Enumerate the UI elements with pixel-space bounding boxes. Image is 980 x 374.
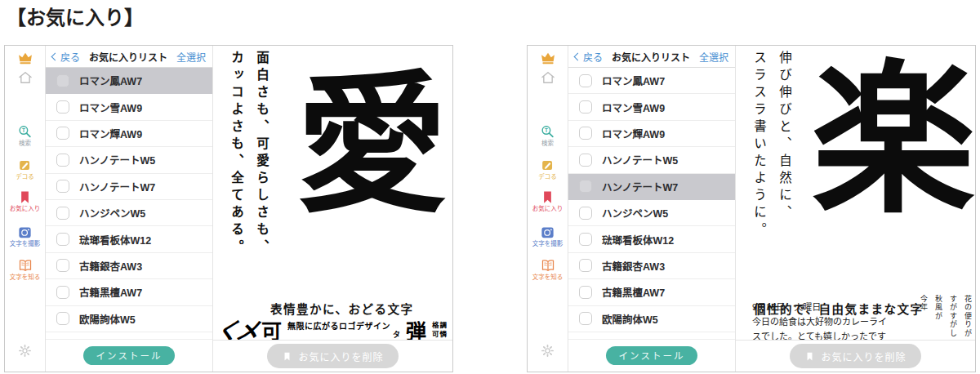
font-list-item[interactable]: 古籍黒檀AW7 <box>46 279 212 305</box>
settings-gear-icon[interactable] <box>528 343 568 358</box>
list-footer: インストール <box>568 340 735 372</box>
font-checkbox[interactable] <box>579 286 592 299</box>
font-checkbox[interactable] <box>56 100 69 114</box>
list-footer: インストール <box>46 340 212 372</box>
sample-decor-glyphs: くメ <box>215 323 258 341</box>
font-list-item[interactable]: ハンノテートW5 <box>568 147 735 173</box>
sidebar-label-deco: デコる <box>528 174 568 180</box>
sidebar-item-deco[interactable]: デコる <box>528 158 568 180</box>
font-checkbox[interactable] <box>56 207 69 220</box>
font-checkbox[interactable] <box>579 207 592 220</box>
list-header: 戻る お気に入りリスト 全選択 <box>568 46 735 68</box>
sample-glyph: 弾 <box>406 323 426 341</box>
search-icon: T <box>17 124 33 140</box>
font-list-item[interactable]: ロマン輝AW9 <box>46 121 212 147</box>
verse-column: すがすがし <box>948 295 959 342</box>
install-button[interactable]: インストール <box>606 346 697 365</box>
font-name: ロマン雪AW9 <box>602 100 665 115</box>
diary-line: 9月17日 火曜日 <box>752 300 887 314</box>
sidebar-item-learn[interactable]: 文字を知る <box>528 257 568 281</box>
font-checkbox[interactable] <box>579 180 592 193</box>
font-name: ハンジペンW5 <box>602 205 668 220</box>
font-checkbox[interactable] <box>56 74 69 87</box>
font-list-item[interactable]: 欧陽詢体W5 <box>568 306 735 332</box>
font-list-item[interactable]: 琺瑯看板体W12 <box>568 226 735 252</box>
chevron-left-icon <box>51 53 60 61</box>
sidebar-item-search[interactable]: T検索 <box>5 124 45 147</box>
home-icon[interactable] <box>5 69 45 86</box>
settings-gear-icon[interactable] <box>5 343 45 358</box>
font-checkbox[interactable] <box>56 286 69 299</box>
font-list-item[interactable]: 古籍銀杏AW3 <box>568 253 735 279</box>
font-list-item[interactable]: ロマン輝AW9 <box>568 121 735 147</box>
font-checkbox[interactable] <box>579 312 592 325</box>
back-button[interactable]: 戻る <box>52 50 80 64</box>
font-list-item[interactable]: ハンノテートW5 <box>46 147 212 173</box>
sample-word: 格調 <box>432 321 448 330</box>
list-strip <box>568 332 735 340</box>
bookmark-icon <box>540 189 555 205</box>
home-icon[interactable] <box>528 69 568 86</box>
camera-icon <box>17 225 33 240</box>
font-list-item[interactable]: ハンジペンW5 <box>568 200 735 226</box>
sidebar-item-search[interactable]: T検索 <box>528 124 568 147</box>
font-list-item[interactable]: ロマン鳳AW7 <box>568 68 735 94</box>
sidebar-item-deco[interactable]: デコる <box>5 158 45 180</box>
font-list-item[interactable]: 古籍銀杏AW3 <box>46 253 212 279</box>
font-checkbox[interactable] <box>56 180 69 193</box>
delete-favorite-button[interactable]: お気に入りを削除 <box>267 344 398 368</box>
sidebar-item-capture[interactable]: 文字を撮影 <box>528 225 568 247</box>
font-list-item[interactable]: ロマン雪AW9 <box>46 94 212 120</box>
back-button[interactable]: 戻る <box>575 50 603 64</box>
preview-kanji: 愛 <box>296 70 448 221</box>
font-checkbox[interactable] <box>56 127 69 140</box>
font-checkbox[interactable] <box>56 233 69 246</box>
font-checkbox[interactable] <box>579 259 592 272</box>
sidebar-item-capture[interactable]: 文字を撮影 <box>5 225 45 247</box>
crown-icon[interactable] <box>528 50 568 66</box>
font-list-item[interactable]: ロマン雪AW9 <box>568 94 735 120</box>
font-list-item[interactable]: 琺瑯看板体W12 <box>46 226 212 252</box>
svg-text:T: T <box>22 127 25 133</box>
font-name: 琺瑯看板体W12 <box>602 232 674 247</box>
font-checkbox[interactable] <box>56 259 69 272</box>
font-checkbox[interactable] <box>579 100 592 114</box>
font-checkbox[interactable] <box>579 233 592 246</box>
font-list-item[interactable]: 古籍黒檀AW7 <box>568 279 735 305</box>
sample-glyph: 可 <box>261 323 282 341</box>
font-name: ハンジペンW5 <box>79 205 145 220</box>
sidebar-label-search: 検索 <box>528 140 568 147</box>
font-name: 古籍黒檀AW7 <box>602 284 665 300</box>
chevron-left-icon <box>574 53 582 61</box>
install-button[interactable]: インストール <box>83 346 175 365</box>
sidebar: T検索 デコる お気に入り 文字を撮影 文字を知る <box>528 46 568 372</box>
sidebar-label-favorites: お気に入り <box>5 206 45 212</box>
font-checkbox[interactable] <box>56 312 69 325</box>
select-all-button[interactable]: 全選択 <box>699 50 728 64</box>
preview-verse-sample: 花の便りがすがすがし秋風が今年 <box>915 295 973 342</box>
app-screenshot-left: T検索 デコる お気に入り 文字を撮影 文字を知る 戻る お気に入りリスト 全選… <box>4 45 453 372</box>
sidebar-item-favorites[interactable]: お気に入り <box>5 189 45 212</box>
vertical-text-column: スラスラ書いたように。 <box>750 51 768 289</box>
sidebar-item-favorites[interactable]: お気に入り <box>528 189 568 212</box>
page-title: 【お気に入り】 <box>7 2 144 30</box>
font-list-item[interactable]: ハンジペンW5 <box>46 200 212 226</box>
font-list-item[interactable]: 欧陽詢体W5 <box>46 306 212 332</box>
preview-footer: お気に入りを削除 <box>736 340 975 372</box>
delete-favorite-button[interactable]: お気に入りを削除 <box>790 344 920 368</box>
preview-vertical-text: 伸び伸びと、自然に、 スラスラ書いたように。 <box>742 51 793 289</box>
font-checkbox[interactable] <box>579 154 592 167</box>
crown-icon[interactable] <box>5 50 45 66</box>
font-checkbox[interactable] <box>579 74 592 87</box>
font-checkbox[interactable] <box>56 154 69 167</box>
sample-word: 可憐 <box>432 330 448 339</box>
bookmark-icon <box>282 350 292 363</box>
font-list-item[interactable]: ロマン鳳AW7 <box>46 68 212 94</box>
font-list-item[interactable]: ハンノテートW7 <box>46 174 212 200</box>
sidebar-label-learn: 文字を知る <box>528 274 568 281</box>
font-list-item[interactable]: ハンノテートW7 <box>568 174 735 200</box>
sidebar-item-learn[interactable]: 文字を知る <box>5 257 45 281</box>
font-checkbox[interactable] <box>579 127 592 140</box>
verse-column: 今年 <box>919 295 929 342</box>
select-all-button[interactable]: 全選択 <box>176 50 206 64</box>
